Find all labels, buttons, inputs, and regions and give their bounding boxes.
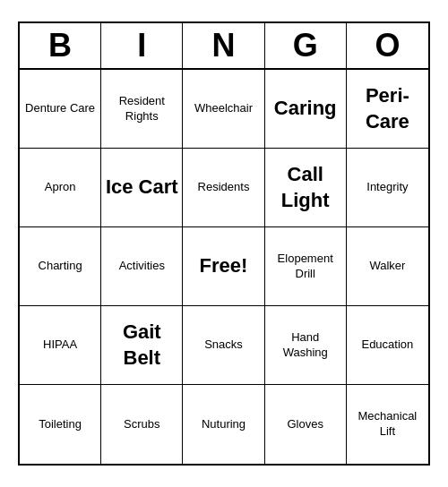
header-letter: N [183,23,264,68]
bingo-cell: Elopement Drill [265,227,347,306]
bingo-cell: Gait Belt [101,306,183,385]
bingo-cell: Charting [20,227,101,306]
bingo-cell: Scrubs [101,385,183,464]
bingo-cell: Nuturing [183,385,264,464]
bingo-cell: Call Light [265,149,347,227]
bingo-cell: Integrity [347,149,428,227]
bingo-cell: Denture Care [20,70,101,149]
bingo-cell: Education [347,306,428,385]
bingo-grid: Denture CareResident RightsWheelchairCar… [20,70,428,464]
bingo-cell: Wheelchair [183,70,264,149]
bingo-cell: Toileting [20,385,101,464]
bingo-cell: Snacks [183,306,264,385]
bingo-cell: Free! [183,227,264,306]
bingo-cell: HIPAA [20,306,101,385]
bingo-cell: Peri-Care [347,70,428,149]
bingo-cell: Residents [183,149,264,227]
bingo-cell: Resident Rights [101,70,183,149]
bingo-cell: Activities [101,227,183,306]
bingo-cell: Walker [347,227,428,306]
bingo-cell: Mechanical Lift [347,385,428,464]
header-letter: G [265,23,347,68]
header-letter: O [347,23,428,68]
bingo-cell: Gloves [265,385,347,464]
header-letter: B [20,23,101,68]
bingo-cell: Apron [20,149,101,227]
bingo-card: BINGO Denture CareResident RightsWheelch… [18,21,430,466]
bingo-cell: Hand Washing [265,306,347,385]
bingo-cell: Caring [265,70,347,149]
header-letter: I [101,23,183,68]
bingo-header: BINGO [20,23,428,70]
bingo-cell: Ice Cart [101,149,183,227]
